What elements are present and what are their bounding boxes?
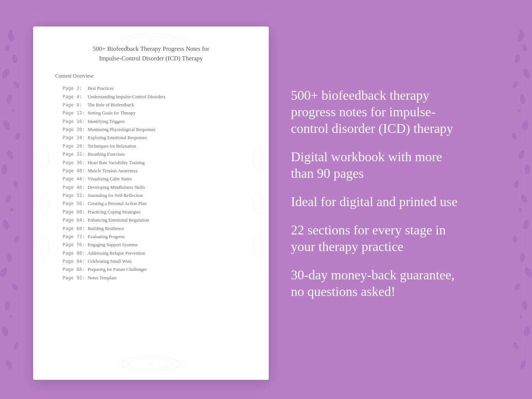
svg-point-61 xyxy=(173,360,188,367)
svg-point-41 xyxy=(522,219,531,230)
svg-point-24 xyxy=(4,359,13,370)
svg-point-21 xyxy=(10,315,13,318)
svg-point-1 xyxy=(4,44,11,52)
toc-item: Page 92: Notes Template xyxy=(55,274,247,282)
svg-point-23 xyxy=(13,342,20,350)
features-panel: 500+ biofeedback therapy progress notes … xyxy=(291,87,468,312)
toc-item: Page 20: Monitoring Physiological Respon… xyxy=(55,126,247,134)
svg-point-60 xyxy=(114,360,129,367)
toc-item: Page 4: Understanding Impulse-Control Di… xyxy=(55,92,247,100)
svg-point-15 xyxy=(1,219,11,230)
svg-point-48 xyxy=(523,325,531,337)
svg-point-3 xyxy=(9,29,13,33)
svg-point-22 xyxy=(1,325,10,337)
svg-point-56 xyxy=(173,38,188,45)
svg-point-35 xyxy=(511,132,518,141)
svg-point-54 xyxy=(149,39,153,43)
svg-point-8 xyxy=(3,119,11,131)
feature-4: 22 sections for every stage in your ther… xyxy=(291,222,468,255)
feature-2: Digital workbook with more than 90 pages xyxy=(291,149,468,182)
svg-point-64 xyxy=(40,236,49,258)
feature-3: Ideal for digital and printed use xyxy=(291,194,468,210)
svg-point-44 xyxy=(524,266,532,278)
doc-watermark-bottom xyxy=(33,353,269,376)
feature-4-text: 22 sections for every stage in your ther… xyxy=(291,222,468,255)
toc-item: Page 24: Exploring Emotional Responses xyxy=(55,134,247,142)
svg-point-65 xyxy=(253,147,262,169)
svg-point-5 xyxy=(13,80,20,89)
svg-point-43 xyxy=(519,253,525,262)
svg-point-62 xyxy=(40,147,49,169)
toc-item: Page 88: Preparing for Future Challenges xyxy=(55,265,247,273)
svg-point-50 xyxy=(519,359,528,370)
document-header: 500+ Biofeedback Therapy Progress Notes … xyxy=(55,44,247,63)
svg-point-10 xyxy=(6,149,15,160)
toc-item: Page 36: Heart Rate Variability Training xyxy=(55,158,247,166)
title-line1: 500+ Biofeedback Therapy Progress Notes … xyxy=(93,45,209,52)
svg-point-59 xyxy=(149,361,153,366)
svg-point-37 xyxy=(524,164,531,174)
svg-point-32 xyxy=(519,94,526,105)
svg-point-67 xyxy=(253,236,262,258)
svg-point-30 xyxy=(522,68,531,80)
svg-point-6 xyxy=(6,94,13,105)
svg-point-9 xyxy=(14,132,21,141)
svg-point-58 xyxy=(129,359,173,369)
svg-point-57 xyxy=(121,356,180,371)
svg-point-7 xyxy=(11,109,14,112)
svg-point-4 xyxy=(1,68,10,80)
svg-point-20 xyxy=(4,300,11,311)
doc-watermark-left xyxy=(35,129,54,278)
toc-item: Page 2: Best Practices xyxy=(55,84,247,92)
toc-item: Page 32: Breathing Exercises xyxy=(55,150,247,158)
svg-point-28 xyxy=(514,54,521,64)
svg-point-33 xyxy=(518,109,521,112)
svg-point-49 xyxy=(512,342,519,350)
svg-point-29 xyxy=(519,29,523,33)
toc-item: Page 76: Engaging Support Systems xyxy=(55,241,247,249)
doc-watermark-right xyxy=(248,129,267,278)
svg-point-63 xyxy=(40,191,49,213)
svg-point-11 xyxy=(1,164,8,174)
toc-item: Page 72: Evaluating Progress xyxy=(55,233,247,241)
toc-item: Page 40: Muscle Tension Awareness xyxy=(55,167,247,175)
svg-point-36 xyxy=(517,149,526,160)
svg-point-19 xyxy=(11,282,18,292)
svg-point-14 xyxy=(10,208,14,212)
svg-point-16 xyxy=(14,235,20,243)
svg-point-39 xyxy=(519,194,528,204)
feature-2-text: Digital workbook with more than 90 pages xyxy=(291,149,468,182)
toc-item: Page 68: Building Resilience xyxy=(55,224,247,232)
feature-3-text: Ideal for digital and printed use xyxy=(291,194,468,210)
svg-point-38 xyxy=(514,180,519,188)
toc-item: Page 8: The Role of Biofeedback xyxy=(55,101,247,109)
svg-point-42 xyxy=(512,235,518,243)
svg-point-31 xyxy=(511,80,519,89)
document-title: 500+ Biofeedback Therapy Progress Notes … xyxy=(55,44,247,63)
svg-point-45 xyxy=(513,282,521,292)
svg-point-26 xyxy=(517,31,526,43)
toc-item: Page 44: Visualizing Calm States xyxy=(55,175,247,183)
toc-item: Page 52: Journaling for Self-Reflection xyxy=(55,191,247,200)
table-of-contents: Page 2: Best PracticesPage 4: Understand… xyxy=(55,84,247,282)
svg-point-47 xyxy=(519,315,522,318)
svg-point-66 xyxy=(253,191,262,213)
toc-item: Page 12: Setting Goals for Therapy xyxy=(55,109,247,117)
toc-item: Page 48: Developing Mindfulness Skills xyxy=(55,183,247,191)
feature-5-text: 30-day money-back guarantee, no question… xyxy=(291,267,468,300)
svg-point-0 xyxy=(7,31,16,43)
toc-item: Page 28: Techniques for Relaxation xyxy=(55,142,247,150)
svg-point-2 xyxy=(11,54,18,64)
feature-1-text: 500+ biofeedback therapy progress notes … xyxy=(291,87,468,137)
svg-point-46 xyxy=(521,300,528,311)
feature-1: 500+ biofeedback therapy progress notes … xyxy=(291,87,468,137)
feature-5: 30-day money-back guarantee, no question… xyxy=(291,267,468,300)
title-line2: Impulse-Control Disorder (ICD) Therapy xyxy=(99,55,203,62)
svg-point-13 xyxy=(4,194,13,204)
document-panel: 500+ Biofeedback Therapy Progress Notes … xyxy=(33,27,269,380)
svg-point-40 xyxy=(518,208,522,212)
toc-item: Page 56: Creating a Personal Action Plan xyxy=(55,200,247,208)
svg-point-12 xyxy=(13,180,18,188)
svg-point-17 xyxy=(7,253,13,262)
content-overview-label: Content Overview: xyxy=(55,73,247,79)
